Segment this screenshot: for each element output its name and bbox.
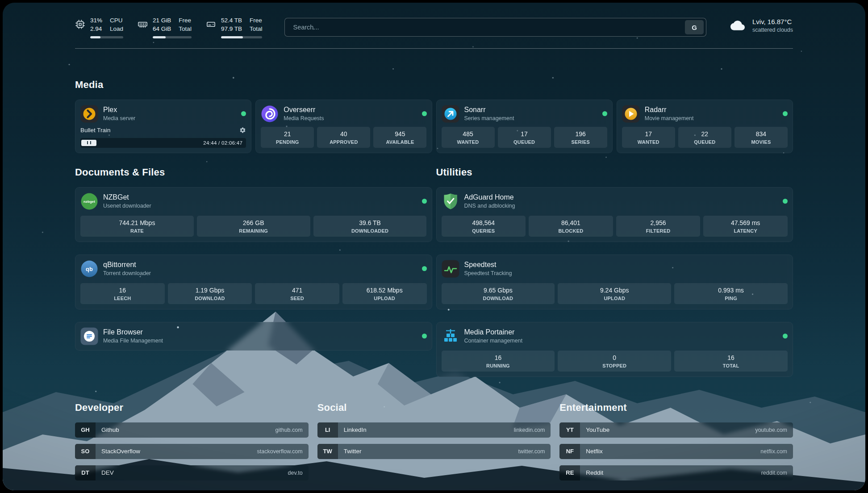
system-stats: 31% 2.94 CPU Load xyxy=(75,17,262,38)
service-name: Plex xyxy=(103,106,135,114)
bookmark-name: Twitter xyxy=(344,448,362,455)
bookmark-abbr: DT xyxy=(75,465,96,480)
stat-leech: 16 LEECH xyxy=(80,283,165,304)
topbar-divider xyxy=(75,48,793,49)
bookmark-abbr: RE xyxy=(559,465,580,480)
memory-free-value: 21 GiB xyxy=(153,17,171,25)
cpu-load-value: 2.94 xyxy=(90,25,102,33)
playback-progress-bar[interactable]: 24:44 / 02:06:47 xyxy=(80,138,246,148)
playback-time: 24:44 / 02:06:47 xyxy=(203,140,245,146)
bookmark-url: stackoverflow.com xyxy=(257,448,303,455)
adguard-icon xyxy=(442,192,459,210)
stat-wanted: 17 WANTED xyxy=(622,127,675,148)
bookmark-url: reddit.com xyxy=(761,470,787,476)
stat-queued: 22 QUEUED xyxy=(678,127,731,148)
service-subtitle: Series management xyxy=(464,115,514,121)
stat-remaining: 266 GB REMAINING xyxy=(197,216,310,237)
bookmark-abbr: NF xyxy=(559,444,580,459)
stat-series: 196 SERIES xyxy=(554,127,607,148)
weather-condition: scattered clouds xyxy=(752,27,793,33)
memory-usage-bar xyxy=(153,36,192,38)
stat-queries: 498,564 QUERIES xyxy=(442,216,526,237)
section-developer: Developer GH Github github.com SO StackO… xyxy=(75,402,309,480)
bookmark-name: Github xyxy=(101,426,119,433)
bookmark-dev[interactable]: DT DEV dev.to xyxy=(75,465,309,480)
stat-upload: 618.52 Mbps UPLOAD xyxy=(342,283,427,304)
plex-icon xyxy=(80,105,98,123)
service-subtitle: Media File Management xyxy=(103,338,163,344)
cpu-label-2: Load xyxy=(110,25,123,33)
bookmark-github[interactable]: GH Github github.com xyxy=(75,422,309,438)
bookmark-name: Reddit xyxy=(586,469,603,476)
stat-wanted: 485 WANTED xyxy=(442,127,495,148)
memory-label-1: Free xyxy=(179,17,192,25)
entertainment-section-title: Entertainment xyxy=(559,402,793,414)
developer-section-title: Developer xyxy=(75,402,309,414)
stat-approved: 40 APPROVED xyxy=(317,127,370,148)
stat-download: 1.19 Gbps DOWNLOAD xyxy=(168,283,252,304)
service-name: NZBGet xyxy=(103,193,151,201)
service-subtitle: Media Requests xyxy=(284,115,324,121)
filebrowser-card[interactable]: File Browser Media File Management xyxy=(75,322,432,351)
overseerr-card[interactable]: Overseerr Media Requests 21 PENDING 40 A… xyxy=(255,100,432,153)
sonarr-card[interactable]: Sonarr Series management 485 WANTED 17 Q… xyxy=(436,100,613,153)
service-name: Sonarr xyxy=(464,106,514,114)
memory-label-2: Total xyxy=(179,25,192,33)
disk-total-value: 97.9 TB xyxy=(221,25,242,33)
stat-filtered: 2,956 FILTERED xyxy=(616,216,701,237)
plex-card[interactable]: Plex Media server Bullet Train 24:44 / xyxy=(75,100,251,153)
gear-icon[interactable] xyxy=(239,127,246,134)
service-name: Overseerr xyxy=(284,106,324,114)
bookmark-youtube[interactable]: YT YouTube youtube.com xyxy=(559,422,793,438)
utilities-section-title: Utilities xyxy=(436,167,793,178)
stat-ping: 0.993 ms PING xyxy=(674,283,788,304)
cpu-percent: 31% xyxy=(90,17,102,25)
bookmark-reddit[interactable]: RE Reddit reddit.com xyxy=(559,465,793,480)
stat-blocked: 86,401 BLOCKED xyxy=(529,216,613,237)
stat-pending: 21 PENDING xyxy=(261,127,314,148)
now-playing-title: Bullet Train xyxy=(80,127,111,134)
qbittorrent-icon: qb xyxy=(80,260,98,278)
service-subtitle: DNS and adblocking xyxy=(464,203,515,209)
bookmark-stackoverflow[interactable]: SO StackOverflow stackoverflow.com xyxy=(75,444,309,459)
adguard-card[interactable]: AdGuard Home DNS and adblocking 498,564 … xyxy=(436,187,793,242)
service-name: Speedtest xyxy=(464,261,512,269)
bookmark-name: Netflix xyxy=(586,448,603,455)
radarr-card[interactable]: Radarr Movie management 17 WANTED 22 QUE… xyxy=(617,100,793,153)
service-name: Media Portainer xyxy=(464,328,523,336)
bookmark-url: netflix.com xyxy=(760,448,787,455)
service-name: Radarr xyxy=(645,106,694,114)
portainer-card[interactable]: Media Portainer Container management 16 … xyxy=(436,322,793,377)
stat-downloaded: 39.6 TB DOWNLOADED xyxy=(313,216,427,237)
bookmark-url: youtube.com xyxy=(755,427,787,433)
disk-widget: 52.4 TB 97.9 TB Free Total xyxy=(206,17,263,38)
status-online-dot xyxy=(783,199,788,204)
social-section-title: Social xyxy=(317,402,551,414)
stat-latency: 47.569 ms LATENCY xyxy=(703,216,788,237)
portainer-icon xyxy=(442,327,459,345)
disk-label-1: Free xyxy=(250,17,263,25)
documents-section-title: Documents & Files xyxy=(75,167,432,178)
status-online-dot xyxy=(783,334,788,338)
search-provider-button[interactable]: G xyxy=(685,20,704,34)
bookmark-linkedin[interactable]: LI LinkedIn linkedin.com xyxy=(317,422,551,438)
service-subtitle: Torrent downloader xyxy=(103,270,151,276)
section-documents: Documents & Files nzbget NZBGet Usenet d… xyxy=(75,167,432,351)
qbittorrent-card[interactable]: qb qBittorrent Torrent downloader 16 xyxy=(75,255,432,309)
bookmark-name: DEV xyxy=(101,469,114,476)
speedtest-card[interactable]: Speedtest Speedtest Tracking 9.65 Gbps D… xyxy=(436,255,793,309)
topbar: 31% 2.94 CPU Load xyxy=(75,3,793,38)
cpu-label-1: CPU xyxy=(110,17,123,25)
disk-usage-bar xyxy=(221,36,263,38)
filebrowser-icon xyxy=(80,327,98,345)
nzbget-card[interactable]: nzbget NZBGet Usenet downloader 744.21 M… xyxy=(75,187,432,242)
bookmark-netflix[interactable]: NF Netflix netflix.com xyxy=(559,444,793,459)
service-subtitle: Movie management xyxy=(645,115,694,121)
bookmark-twitter[interactable]: TW Twitter twitter.com xyxy=(317,444,551,459)
stat-upload: 9.24 Gbps UPLOAD xyxy=(558,283,671,304)
stat-seed: 471 SEED xyxy=(255,283,339,304)
search-input[interactable] xyxy=(292,23,685,31)
pause-icon[interactable] xyxy=(81,140,96,146)
weather-widget: Lviv, 16.87°C scattered clouds xyxy=(729,18,793,33)
bookmark-name: StackOverflow xyxy=(101,448,140,455)
